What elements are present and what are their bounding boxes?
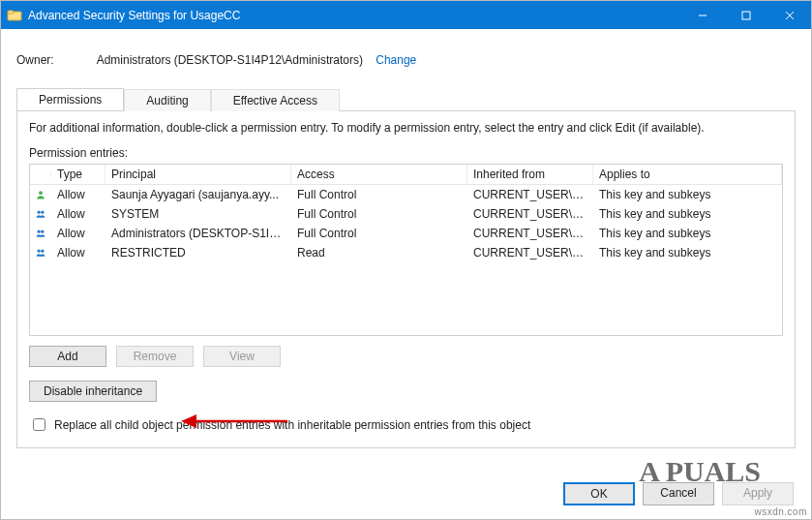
ok-button[interactable]: OK: [563, 482, 635, 505]
cell-access: Read: [291, 244, 467, 261]
replace-checkbox[interactable]: [33, 418, 45, 431]
cancel-button[interactable]: Cancel: [643, 482, 714, 505]
cell-applies: This key and subkeys: [593, 225, 782, 242]
content: Owner: Administrators (DESKTOP-S1I4P12\A…: [1, 29, 811, 519]
owner-row: Owner: Administrators (DESKTOP-S1I4P12\A…: [16, 53, 796, 67]
cell-type: Allow: [51, 225, 105, 242]
svg-point-8: [41, 211, 44, 214]
svg-point-6: [39, 191, 43, 195]
cell-inherited: CURRENT_USER\SOFTWA...: [467, 186, 593, 203]
footer-buttons: OK Cancel Apply: [563, 482, 794, 505]
principal-icon: [30, 204, 51, 224]
cell-type: Allow: [51, 205, 105, 223]
disable-inheritance-button[interactable]: Disable inheritance: [29, 381, 157, 402]
svg-rect-3: [742, 12, 750, 19]
svg-point-12: [41, 250, 44, 253]
cell-access: Full Control: [291, 186, 467, 203]
view-button: View: [203, 346, 281, 367]
col-inherited[interactable]: Inherited from: [467, 165, 593, 184]
cell-inherited: CURRENT_USER\SOFTWA...: [467, 205, 593, 223]
svg-point-7: [38, 211, 41, 214]
change-owner-link[interactable]: Change: [376, 53, 416, 67]
cell-applies: This key and subkeys: [593, 186, 782, 203]
svg-point-11: [38, 250, 41, 253]
col-principal[interactable]: Principal: [105, 165, 291, 184]
tab-row: Permissions Auditing Effective Access: [16, 88, 796, 110]
cell-access: Full Control: [291, 205, 467, 223]
tab-permissions[interactable]: Permissions: [16, 88, 124, 110]
col-applies[interactable]: Applies to: [593, 165, 782, 184]
entries-label: Permission entries:: [29, 146, 783, 160]
col-type[interactable]: Type: [51, 165, 105, 184]
cell-principal: RESTRICTED: [105, 244, 291, 261]
apply-button: Apply: [722, 482, 794, 505]
maximize-button[interactable]: [724, 1, 767, 29]
window: Advanced Security Settings for UsageCC O…: [0, 0, 812, 520]
cell-inherited: CURRENT_USER\SOFTWA...: [467, 244, 593, 261]
table-body: AllowSaunja Ayyagari (saujanya.ayy...Ful…: [30, 185, 782, 262]
owner-label: Owner:: [16, 53, 54, 67]
replace-row: Replace all child object permission entr…: [29, 415, 783, 434]
principal-icon: [30, 185, 51, 204]
site-watermark: wsxdn.com: [754, 506, 807, 517]
tab-auditing[interactable]: Auditing: [124, 89, 210, 111]
svg-rect-1: [8, 11, 14, 14]
table-row[interactable]: AllowSaunja Ayyagari (saujanya.ayy...Ful…: [30, 185, 782, 204]
minimize-button[interactable]: [680, 1, 724, 29]
remove-button: Remove: [116, 346, 194, 367]
table-header: Type Principal Access Inherited from App…: [30, 165, 782, 185]
titlebar-left: Advanced Security Settings for UsageCC: [7, 8, 240, 23]
titlebar: Advanced Security Settings for UsageCC: [1, 1, 811, 29]
window-title: Advanced Security Settings for UsageCC: [28, 9, 240, 22]
cell-principal: Saunja Ayyagari (saujanya.ayy...: [105, 186, 291, 203]
permission-table[interactable]: Type Principal Access Inherited from App…: [29, 164, 783, 336]
table-row[interactable]: AllowRESTRICTEDReadCURRENT_USER\SOFTWA..…: [30, 243, 782, 262]
tab-effective-access[interactable]: Effective Access: [211, 89, 340, 111]
add-button[interactable]: Add: [29, 346, 106, 367]
principal-icon: [30, 243, 51, 262]
principal-icon: [30, 224, 51, 243]
cell-access: Full Control: [291, 225, 467, 242]
close-button[interactable]: [767, 1, 811, 29]
cell-type: Allow: [51, 244, 105, 261]
cell-type: Allow: [51, 186, 105, 203]
entry-buttons: Add Remove View: [29, 346, 783, 367]
col-access[interactable]: Access: [291, 165, 467, 184]
cell-applies: This key and subkeys: [593, 205, 782, 223]
folder-shield-icon: [7, 8, 22, 23]
replace-label: Replace all child object permission entr…: [54, 418, 530, 432]
table-row[interactable]: AllowSYSTEMFull ControlCURRENT_USER\SOFT…: [30, 204, 782, 224]
cell-principal: SYSTEM: [105, 205, 291, 223]
svg-point-9: [38, 230, 41, 233]
svg-point-10: [41, 230, 44, 233]
cell-applies: This key and subkeys: [593, 244, 782, 261]
table-row[interactable]: AllowAdministrators (DESKTOP-S1I4P1...Fu…: [30, 224, 782, 243]
col-icon: [30, 171, 51, 177]
owner-value: Administrators (DESKTOP-S1I4P12\Administ…: [97, 53, 363, 67]
tab-pane: For additional information, double-click…: [16, 110, 796, 448]
window-controls: [680, 1, 811, 29]
cell-principal: Administrators (DESKTOP-S1I4P1...: [105, 225, 291, 242]
cell-inherited: CURRENT_USER\SOFTWA...: [467, 225, 593, 242]
info-text: For additional information, double-click…: [29, 121, 783, 135]
